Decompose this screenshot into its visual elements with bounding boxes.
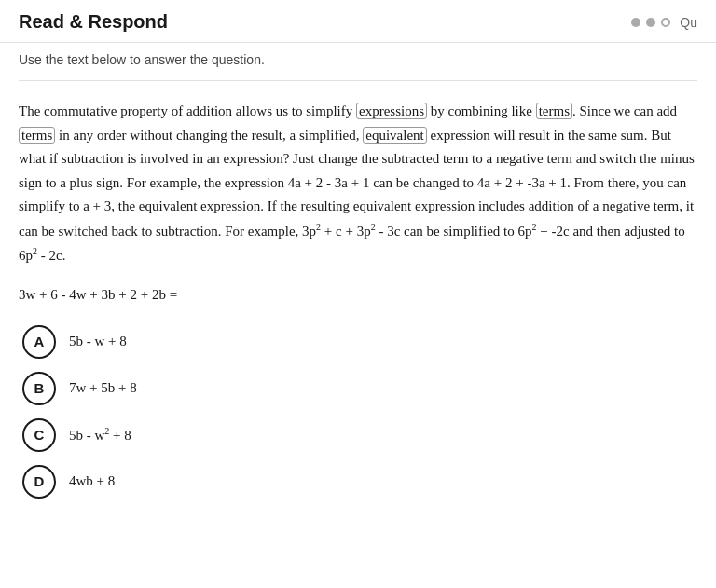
content-area: The commutative property of addition all… — [0, 81, 716, 508]
option-c[interactable]: C 5b - w2 + 8 — [22, 418, 694, 452]
option-a[interactable]: A 5b - w + 8 — [22, 325, 694, 359]
answer-options-list: A 5b - w + 8 B 7w + 5b + 8 C 5b - w2 + 8… — [19, 325, 697, 499]
progress-dot-2 — [646, 18, 655, 27]
page-subtitle: Use the text below to answer the questio… — [0, 43, 716, 80]
option-d[interactable]: D 4wb + 8 — [22, 465, 694, 499]
option-a-circle[interactable]: A — [22, 325, 56, 359]
qu-label: Qu — [680, 15, 697, 30]
progress-indicators: Qu — [631, 15, 697, 30]
option-b-text: 7w + 5b + 8 — [69, 380, 137, 396]
question-text: 3w + 6 - 4w + 3b + 2 + 2b = — [19, 287, 697, 303]
progress-dot-1 — [631, 18, 640, 27]
page-title: Read & Respond — [19, 11, 168, 33]
option-a-label: A — [34, 334, 45, 349]
option-d-label: D — [34, 473, 45, 489]
highlight-expressions: expressions — [356, 103, 427, 119]
option-c-circle[interactable]: C — [22, 418, 56, 452]
highlight-terms-1: terms — [536, 103, 572, 119]
option-b[interactable]: B 7w + 5b + 8 — [22, 372, 694, 405]
option-c-label: C — [34, 427, 45, 443]
passage-text: The commutative property of addition all… — [19, 100, 697, 268]
option-d-text: 4wb + 8 — [69, 473, 115, 489]
option-b-circle[interactable]: B — [22, 372, 56, 405]
page-header: Read & Respond Qu — [0, 0, 716, 43]
highlight-terms-2: terms — [19, 127, 55, 144]
option-a-text: 5b - w + 8 — [69, 334, 127, 349]
option-c-text: 5b - w2 + 8 — [69, 426, 131, 444]
option-b-label: B — [34, 380, 45, 396]
option-d-circle[interactable]: D — [22, 465, 56, 499]
progress-dot-3 — [661, 18, 670, 27]
highlight-equivalent: equivalent — [363, 127, 426, 144]
